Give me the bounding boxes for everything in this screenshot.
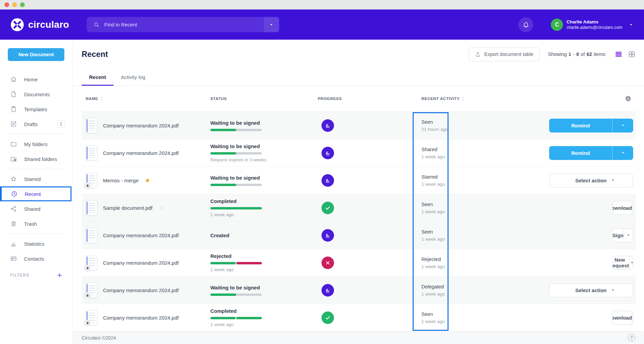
table-row[interactable]: Sample document.pdf Completed 1 week ago… (82, 194, 636, 222)
action-dropdown-toggle[interactable] (612, 119, 633, 133)
action-cell: Remind (549, 119, 636, 133)
status-cell: Waiting to be signed (210, 175, 318, 186)
grid-view-icon[interactable] (628, 50, 636, 58)
search-input[interactable] (100, 22, 264, 27)
sidebar-item-shared-folders[interactable]: Shared folders (0, 151, 72, 166)
sidebar-divider (8, 234, 64, 234)
action-button[interactable]: Select action (549, 283, 633, 297)
tab-activity-log[interactable]: Activity log (113, 69, 153, 85)
nav-icon (10, 121, 17, 127)
name-cell: Company memorandum 2024.pdf (82, 310, 210, 325)
status-badge (321, 174, 334, 187)
action-button[interactable]: Download (612, 201, 633, 215)
new-document-button[interactable]: New Document (8, 48, 64, 61)
action-dropdown-toggle[interactable] (632, 201, 633, 215)
star-icon[interactable] (158, 205, 165, 211)
search-scope-dropdown[interactable] (264, 17, 279, 32)
action-dropdown-toggle[interactable] (629, 256, 633, 269)
table-row[interactable]: Company memorandum 2024.pdf Waiting to b… (82, 112, 636, 139)
sidebar-item-trash[interactable]: Trash (0, 216, 72, 231)
sidebar-item-statistics[interactable]: Statistics (0, 236, 72, 251)
sort-icon[interactable] (100, 96, 103, 101)
sidebar-item-documents[interactable]: Documents (0, 87, 72, 102)
lock-icon (84, 182, 91, 189)
table-row[interactable]: Company memorandum 2024.pdf Waiting to b… (82, 277, 636, 304)
sidebar-item-shared[interactable]: Shared (0, 201, 72, 216)
nav-icon (10, 106, 17, 113)
activity-type: Starred (421, 174, 549, 180)
signature-icon (324, 149, 331, 157)
action-dropdown-toggle[interactable] (624, 229, 633, 242)
avatar: C (551, 19, 563, 31)
activity-time: 21 hours ago (421, 127, 549, 132)
activity-time: 1 week ago (421, 154, 549, 159)
action-button-label: Select action (575, 178, 607, 183)
export-document-table-button[interactable]: Export document table (469, 47, 540, 61)
check-icon (324, 314, 331, 321)
notifications-button[interactable] (518, 17, 533, 32)
help-button[interactable]: ? (628, 334, 635, 341)
activity-type: Delegated (421, 284, 549, 289)
sidebar-divider (8, 169, 64, 169)
action-cell: Remind (549, 146, 636, 160)
progress-cell (318, 202, 421, 214)
sort-icon[interactable] (462, 96, 465, 101)
recent-activity-cell: Seen 1 week ago (421, 311, 549, 324)
sidebar-item-label: Shared folders (24, 156, 72, 162)
table-row[interactable]: Memos - merge Waiting to be signed Starr… (82, 167, 636, 194)
minimize-button[interactable] (12, 2, 17, 7)
activity-time: 1 week ago (421, 209, 549, 214)
copyright-text: Circularo ©2024 (82, 335, 116, 341)
status-cell: Waiting to be signed (210, 285, 318, 296)
lock-icon (84, 292, 91, 299)
column-header-name[interactable]: NAME (82, 96, 210, 101)
action-button[interactable]: New request (612, 256, 633, 270)
table-settings-gear-icon[interactable]: ⚙ (549, 95, 636, 103)
add-filter-button[interactable] (57, 272, 63, 278)
sidebar-item-my-folders[interactable]: My folders (0, 137, 72, 151)
filters-label: FILTERS (10, 273, 57, 278)
progress-bar (210, 184, 262, 186)
column-header-progress[interactable]: PROGRESS (318, 97, 421, 101)
zoom-button[interactable] (20, 2, 25, 7)
table-body: Company memorandum 2024.pdf Waiting to b… (82, 112, 636, 331)
chevron-down-icon (610, 287, 616, 293)
sidebar-item-starred[interactable]: Starred (0, 171, 72, 186)
window-title-bar (0, 0, 644, 9)
sidebar-item-label: Recent (25, 191, 70, 197)
app-logo[interactable]: circularo (10, 18, 69, 32)
sidebar-item-home[interactable]: Home (0, 72, 72, 87)
status-text: Completed (210, 198, 308, 204)
action-button[interactable]: Download (612, 311, 633, 325)
close-button[interactable] (4, 2, 9, 7)
sidebar-item-recent[interactable]: Recent (0, 186, 71, 201)
column-header-recent-activity[interactable]: RECENT ACTIVITY (421, 96, 549, 101)
column-header-status[interactable]: STATUS (210, 97, 318, 101)
action-dropdown-toggle[interactable] (632, 311, 633, 324)
action-button[interactable]: Remind (549, 146, 633, 160)
user-menu[interactable]: C Charlie Adams charlie.adams@circularo.… (551, 19, 634, 31)
star-icon[interactable] (144, 177, 151, 184)
sidebar-item-label: Documents (24, 92, 72, 97)
action-button[interactable]: Select action (549, 174, 633, 187)
action-dropdown-toggle[interactable] (612, 146, 633, 160)
list-view-icon[interactable] (615, 50, 623, 58)
table-row[interactable]: Company memorandum 2024.pdf Completed 1 … (82, 304, 636, 331)
sidebar-item-contacts[interactable]: Contacts (0, 251, 72, 266)
export-icon (475, 52, 481, 57)
progress-bar (210, 129, 262, 131)
document-thumbnail (86, 173, 97, 188)
table-row[interactable]: Company memorandum 2024.pdf Waiting to b… (82, 139, 636, 167)
sidebar-item-drafts[interactable]: Drafts 2 (0, 117, 72, 131)
table-row[interactable]: Company memorandum 2024.pdf Created Seen… (82, 222, 636, 249)
activity-type: Seen (421, 119, 549, 125)
tab-recent[interactable]: Recent (82, 69, 113, 85)
table-row[interactable]: Company memorandum 2024.pdf Rejected 1 w… (82, 249, 636, 277)
action-button[interactable]: Sign (612, 228, 633, 242)
chevron-down-icon (632, 315, 633, 320)
document-thumbnail (86, 118, 97, 133)
progress-bar (210, 207, 262, 209)
name-cell: Company memorandum 2024.pdf (82, 118, 210, 133)
action-button[interactable]: Remind (549, 119, 633, 133)
sidebar-item-templates[interactable]: Templates (0, 102, 72, 117)
